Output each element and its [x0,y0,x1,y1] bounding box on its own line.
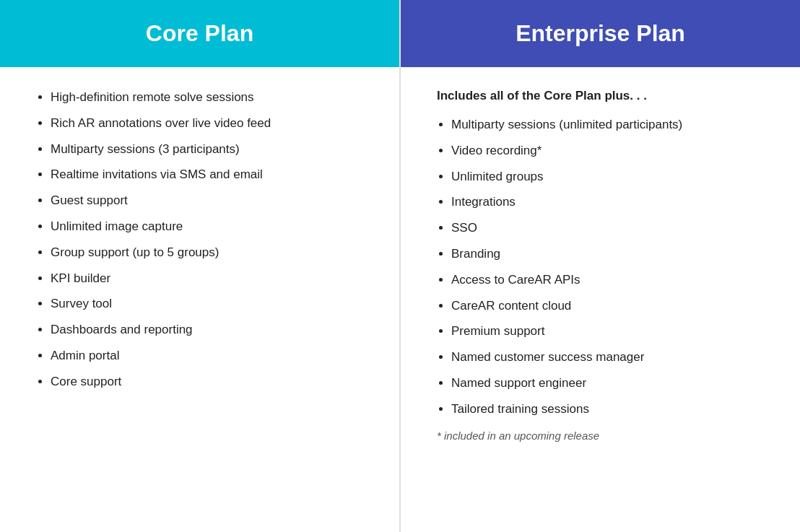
list-item: Tailored training sessions [451,401,771,418]
enterprise-intro: Includes all of the Core Plan plus. . . [437,89,771,103]
list-item: SSO [451,219,771,237]
core-plan-content: High-definition remote solve sessionsRic… [0,67,399,532]
list-item: Survey tool [51,295,370,313]
list-item: Integrations [451,193,771,211]
list-item: Access to CareAR APIs [451,271,771,289]
enterprise-plan-list: Multiparty sessions (unlimited participa… [437,116,771,418]
list-item: Multiparty sessions (3 participants) [51,141,370,158]
enterprise-plan-header: Enterprise Plan [401,0,800,67]
enterprise-plan-column: Enterprise Plan Includes all of the Core… [401,0,800,532]
list-item: Named support engineer [451,375,771,392]
list-item: Guest support [51,192,370,209]
list-item: Group support (up to 5 groups) [51,244,370,261]
list-item: Realtime invitations via SMS and email [51,166,370,183]
list-item: Unlimited image capture [51,218,370,235]
list-item: Video recording* [451,142,771,160]
list-item: Premium support [451,323,771,340]
list-item: Rich AR annotations over live video feed [51,115,370,132]
list-item: Core support [51,373,370,391]
comparison-container: Core Plan High-definition remote solve s… [0,0,800,532]
list-item: Dashboards and reporting [51,321,370,339]
list-item: Admin portal [51,347,370,365]
list-item: Unlimited groups [451,168,771,186]
enterprise-plan-title: Enterprise Plan [415,20,786,47]
core-plan-column: Core Plan High-definition remote solve s… [0,0,399,532]
enterprise-footnote: * included in an upcoming release [437,429,771,442]
list-item: CareAR content cloud [451,297,771,315]
list-item: KPI builder [51,270,370,287]
list-item: High-definition remote solve sessions [51,89,370,106]
core-plan-title: Core Plan [14,20,385,47]
list-item: Branding [451,245,771,263]
enterprise-plan-content: Includes all of the Core Plan plus. . . … [401,67,800,532]
list-item: Named customer success manager [451,349,771,366]
core-plan-list: High-definition remote solve sessionsRic… [36,89,370,391]
core-plan-header: Core Plan [0,0,399,67]
list-item: Multiparty sessions (unlimited participa… [451,116,771,134]
